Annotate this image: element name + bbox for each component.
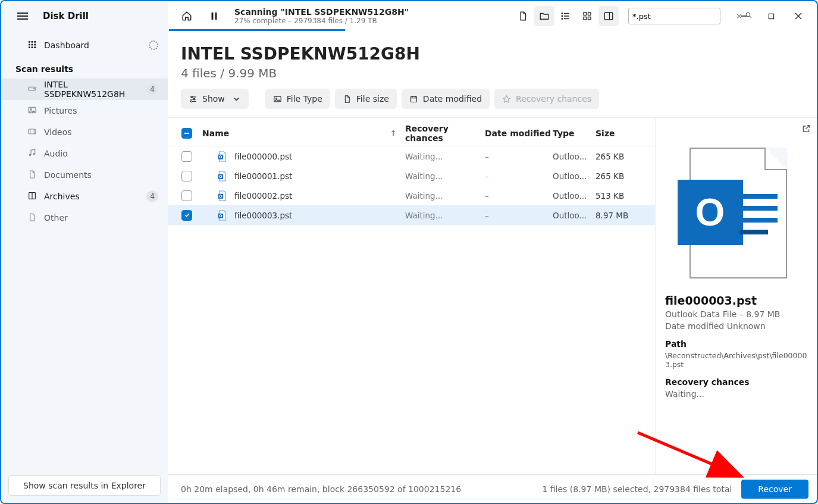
- file-size-filter-button[interactable]: File size: [335, 89, 397, 109]
- details-filename: file000003.pst: [665, 294, 811, 307]
- svg-point-44: [193, 98, 195, 100]
- svg-rect-48: [410, 96, 416, 102]
- view-grid-icon[interactable]: [577, 6, 597, 26]
- sidebar-dashboard[interactable]: Dashboard: [1, 35, 168, 56]
- sidebar-item-label: Audio: [44, 149, 68, 158]
- svg-rect-11: [588, 17, 591, 20]
- details-panel: O file000003.pst Outlook Data File – 8.9…: [655, 118, 817, 474]
- select-all-checkbox[interactable]: [181, 128, 192, 139]
- row-checkbox[interactable]: [181, 171, 192, 181]
- view-folder-icon[interactable]: [534, 6, 554, 26]
- svg-text:O: O: [219, 174, 222, 179]
- cell-recovery: Waiting...: [405, 191, 485, 201]
- svg-point-43: [191, 96, 193, 98]
- details-path: \Reconstructed\Archives\pst\file000003.p…: [665, 351, 811, 369]
- col-date-header[interactable]: Date modified: [485, 129, 553, 138]
- svg-rect-0: [212, 12, 214, 20]
- maximize-button[interactable]: [757, 7, 785, 26]
- details-rc-value: Waiting...: [665, 389, 811, 399]
- col-recovery-header[interactable]: Recovery chances: [405, 124, 485, 143]
- dashboard-icon: [27, 40, 37, 51]
- cell-recovery: Waiting...: [405, 171, 485, 181]
- title-bar: Disk Drill Scanning "INTEL SSDPEKNW512G8…: [1, 1, 817, 31]
- file-name: file000003.pst: [234, 211, 292, 220]
- search-input[interactable]: [632, 12, 734, 21]
- sidebar-item-label: Pictures: [44, 106, 77, 115]
- sidebar-item-audio[interactable]: Audio: [1, 143, 168, 164]
- svg-text:O: O: [219, 155, 222, 159]
- cell-type: Outloo...: [553, 211, 596, 220]
- view-list-icon[interactable]: [556, 6, 576, 26]
- table-row[interactable]: Ofile000002.pstWaiting...–Outloo...513 K…: [168, 186, 655, 205]
- search-box[interactable]: ✕: [628, 8, 720, 24]
- table-row[interactable]: Ofile000001.pstWaiting...–Outloo...265 K…: [168, 166, 655, 186]
- sidebar-item-pictures[interactable]: Pictures: [1, 100, 168, 121]
- row-checkbox[interactable]: [181, 190, 192, 201]
- col-name-header[interactable]: Name↑: [200, 129, 405, 138]
- view-toolbar: [513, 6, 619, 26]
- svg-point-45: [190, 101, 192, 102]
- sidebar-item-videos[interactable]: Videos: [1, 121, 168, 143]
- file-icon: [343, 95, 352, 104]
- pst-file-icon: O: [218, 151, 227, 162]
- sidebar-item-label: Documents: [44, 170, 92, 180]
- cell-size: 513 KB: [596, 191, 649, 201]
- details-typeline: Outlook Data File – 8.97 MB: [665, 309, 811, 319]
- col-type-header[interactable]: Type: [553, 129, 596, 138]
- file-type-filter-button[interactable]: File Type: [265, 89, 330, 109]
- view-panel-icon[interactable]: [598, 6, 619, 26]
- show-in-explorer-button[interactable]: Show scan results in Explorer: [8, 475, 161, 496]
- table-row[interactable]: Ofile000000.pstWaiting...–Outloo...265 K…: [168, 146, 655, 166]
- cell-date: –: [485, 171, 553, 181]
- recovery-chances-filter-button: Recovery chances: [494, 89, 599, 109]
- recover-button[interactable]: Recover: [741, 480, 808, 499]
- svg-point-5: [562, 13, 563, 14]
- sidebar-item-other[interactable]: Other: [1, 207, 168, 228]
- view-file-icon[interactable]: [513, 6, 533, 26]
- window-controls: [730, 7, 812, 26]
- sidebar-item-documents[interactable]: Documents: [1, 164, 168, 186]
- sidebar-item-archives[interactable]: Archives 4: [1, 186, 168, 207]
- home-button[interactable]: [175, 4, 199, 28]
- cell-date: –: [485, 152, 553, 161]
- sort-arrow-icon: ↑: [390, 129, 397, 138]
- filter-label: Show: [202, 94, 225, 104]
- svg-rect-20: [29, 41, 30, 43]
- status-elapsed: 0h 20m elapsed, 0h 46m remain, block 266…: [181, 484, 461, 494]
- cell-recovery: Waiting...: [405, 152, 485, 161]
- page-title: INTEL SSDPEKNW512G8H: [181, 44, 804, 64]
- sidebar-item-drive[interactable]: INTEL SSDPEKNW512G8H 4: [1, 79, 168, 100]
- sidebar-item-label: Archives: [44, 192, 80, 201]
- svg-rect-17: [769, 14, 773, 18]
- cell-recovery: Waiting...: [405, 211, 485, 220]
- menu-button[interactable]: [11, 4, 35, 28]
- svg-rect-12: [604, 12, 613, 20]
- pictures-icon: [27, 105, 37, 117]
- svg-rect-10: [584, 17, 587, 20]
- app-brand: Disk Drill: [43, 11, 89, 21]
- popout-icon[interactable]: [801, 124, 811, 135]
- filter-label: Recovery chances: [516, 94, 591, 104]
- close-button[interactable]: [785, 7, 812, 26]
- sidebar-item-label: Other: [44, 213, 68, 223]
- image-icon: [273, 95, 282, 104]
- svg-rect-8: [584, 12, 587, 15]
- svg-rect-33: [29, 129, 36, 134]
- pause-button[interactable]: [202, 4, 226, 28]
- minimize-button[interactable]: [730, 7, 757, 26]
- svg-rect-22: [34, 41, 36, 43]
- svg-point-36: [29, 154, 31, 156]
- file-name: file000001.pst: [234, 171, 292, 181]
- show-filter-button[interactable]: Show: [181, 89, 249, 109]
- svg-point-6: [562, 15, 563, 17]
- details-dateline: Date modified Unknown: [665, 321, 811, 331]
- table-header: Name↑ Recovery chances Date modified Typ…: [168, 120, 655, 146]
- svg-point-7: [562, 18, 563, 20]
- other-icon: [27, 212, 37, 224]
- col-size-header[interactable]: Size: [596, 129, 649, 138]
- svg-rect-21: [32, 41, 33, 43]
- table-row[interactable]: Ofile000003.pstWaiting...–Outloo...8.97 …: [168, 205, 655, 225]
- row-checkbox[interactable]: [181, 210, 192, 221]
- date-modified-filter-button[interactable]: Date modified: [402, 89, 490, 109]
- row-checkbox[interactable]: [181, 151, 192, 162]
